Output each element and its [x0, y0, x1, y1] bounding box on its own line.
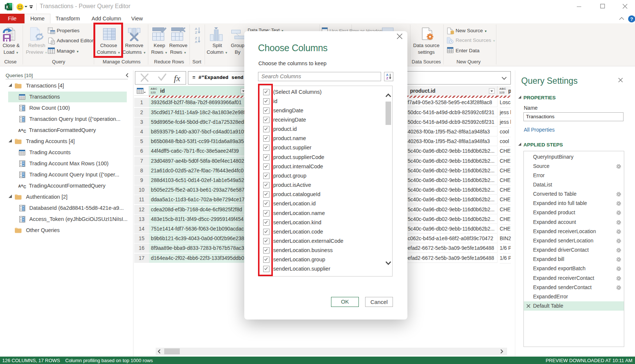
- svg-text:C: C: [23, 185, 26, 189]
- svg-text:A: A: [18, 128, 21, 133]
- svg-text:A: A: [18, 184, 21, 188]
- svg-text:Z: Z: [386, 76, 388, 80]
- svg-text:C: C: [23, 129, 26, 133]
- svg-text:?: ?: [630, 16, 633, 22]
- svg-text:fx: fx: [174, 73, 181, 83]
- svg-text:A: A: [195, 40, 198, 43]
- svg-text:Z: Z: [195, 30, 197, 34]
- svg-text:X: X: [6, 5, 8, 9]
